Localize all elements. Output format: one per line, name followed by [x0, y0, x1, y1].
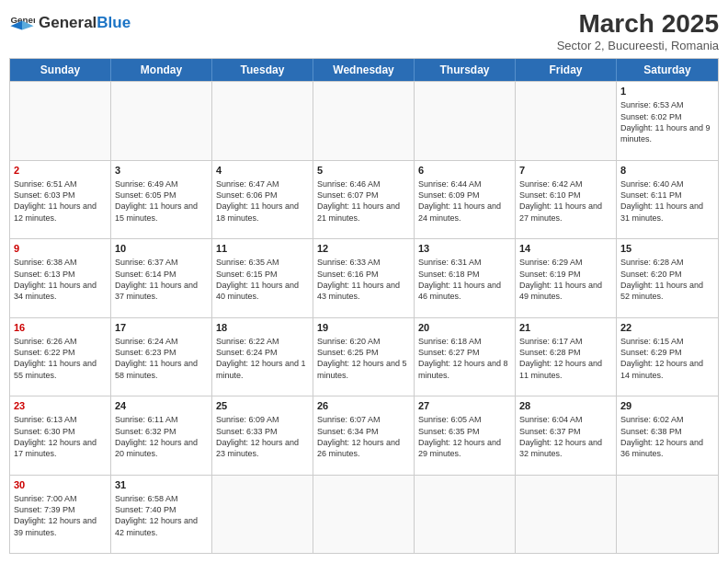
day-info: Sunrise: 6:46 AM Sunset: 6:07 PM Dayligh… — [317, 179, 400, 223]
day-info: Sunrise: 6:49 AM Sunset: 6:05 PM Dayligh… — [115, 179, 198, 223]
header-monday: Monday — [111, 59, 212, 81]
day-info: Sunrise: 6:22 AM Sunset: 6:24 PM Dayligh… — [216, 337, 306, 380]
day-info: Sunrise: 6:31 AM Sunset: 6:18 PM Dayligh… — [418, 258, 501, 301]
subtitle: Sector 2, Bucureesti, Romania — [557, 39, 719, 52]
day-cell-3-1: 17Sunrise: 6:24 AM Sunset: 6:23 PM Dayli… — [111, 318, 212, 396]
header-friday: Friday — [516, 59, 617, 81]
day-number: 23 — [14, 399, 107, 412]
day-number: 1 — [620, 85, 714, 98]
month-title: March 2025 — [557, 9, 719, 39]
day-number: 15 — [620, 242, 714, 255]
day-cell-3-4: 20Sunrise: 6:18 AM Sunset: 6:27 PM Dayli… — [415, 318, 516, 396]
logo: General GeneralBlue — [9, 9, 131, 35]
day-info: Sunrise: 6:07 AM Sunset: 6:34 PM Dayligh… — [317, 415, 400, 458]
day-info: Sunrise: 6:11 AM Sunset: 6:32 PM Dayligh… — [115, 415, 198, 458]
day-number: 4 — [216, 164, 309, 177]
day-number: 19 — [317, 321, 410, 334]
day-cell-3-3: 19Sunrise: 6:20 AM Sunset: 6:25 PM Dayli… — [313, 318, 415, 396]
day-number: 30 — [14, 478, 107, 491]
day-number: 28 — [519, 399, 612, 412]
day-cell-3-2: 18Sunrise: 6:22 AM Sunset: 6:24 PM Dayli… — [212, 318, 313, 396]
day-number: 17 — [115, 321, 208, 334]
day-number: 26 — [317, 399, 410, 412]
day-cell-4-4: 27Sunrise: 6:05 AM Sunset: 6:35 PM Dayli… — [415, 396, 516, 475]
day-info: Sunrise: 6:04 AM Sunset: 6:37 PM Dayligh… — [519, 415, 602, 458]
day-cell-1-3: 5Sunrise: 6:46 AM Sunset: 6:07 PM Daylig… — [313, 161, 415, 239]
day-number: 21 — [519, 321, 612, 334]
day-info: Sunrise: 6:15 AM Sunset: 6:29 PM Dayligh… — [620, 337, 703, 380]
day-cell-1-4: 6Sunrise: 6:44 AM Sunset: 6:09 PM Daylig… — [415, 161, 516, 239]
day-number: 29 — [620, 399, 714, 412]
day-cell-3-6: 22Sunrise: 6:15 AM Sunset: 6:29 PM Dayli… — [617, 318, 718, 396]
day-cell-0-1 — [111, 82, 212, 160]
week-row-6: 30Sunrise: 7:00 AM Sunset: 7:39 PM Dayli… — [10, 475, 718, 554]
day-cell-5-3 — [313, 476, 415, 554]
day-info: Sunrise: 7:00 AM Sunset: 7:39 PM Dayligh… — [14, 494, 97, 537]
day-cell-2-6: 15Sunrise: 6:28 AM Sunset: 6:20 PM Dayli… — [617, 239, 718, 317]
day-cell-0-4 — [415, 82, 516, 160]
page: General GeneralBlue March 2025 Sector 2,… — [0, 0, 728, 563]
header: General GeneralBlue March 2025 Sector 2,… — [9, 9, 719, 52]
day-number: 13 — [418, 242, 511, 255]
day-info: Sunrise: 6:38 AM Sunset: 6:13 PM Dayligh… — [14, 258, 97, 301]
day-cell-5-4 — [415, 476, 516, 554]
header-thursday: Thursday — [415, 59, 516, 81]
day-cell-2-1: 10Sunrise: 6:37 AM Sunset: 6:14 PM Dayli… — [111, 239, 212, 317]
day-number: 2 — [14, 164, 107, 177]
logo-icon: General — [9, 9, 35, 35]
day-cell-1-0: 2Sunrise: 6:51 AM Sunset: 6:03 PM Daylig… — [10, 161, 111, 239]
day-number: 31 — [115, 478, 208, 491]
day-cell-0-5 — [516, 82, 617, 160]
day-info: Sunrise: 6:02 AM Sunset: 6:38 PM Dayligh… — [620, 415, 703, 458]
day-number: 11 — [216, 242, 309, 255]
day-info: Sunrise: 6:33 AM Sunset: 6:16 PM Dayligh… — [317, 258, 400, 301]
header-saturday: Saturday — [617, 59, 718, 81]
week-row-1: 1Sunrise: 6:53 AM Sunset: 6:02 PM Daylig… — [10, 81, 718, 160]
day-cell-4-2: 25Sunrise: 6:09 AM Sunset: 6:33 PM Dayli… — [212, 396, 313, 475]
day-cell-4-3: 26Sunrise: 6:07 AM Sunset: 6:34 PM Dayli… — [313, 396, 415, 475]
day-cell-1-1: 3Sunrise: 6:49 AM Sunset: 6:05 PM Daylig… — [111, 161, 212, 239]
day-info: Sunrise: 6:37 AM Sunset: 6:14 PM Dayligh… — [115, 258, 198, 301]
day-number: 14 — [519, 242, 612, 255]
logo-text: GeneralBlue — [39, 15, 131, 30]
day-cell-1-6: 8Sunrise: 6:40 AM Sunset: 6:11 PM Daylig… — [617, 161, 718, 239]
day-number: 5 — [317, 164, 410, 177]
header-sunday: Sunday — [10, 59, 111, 81]
day-cell-4-0: 23Sunrise: 6:13 AM Sunset: 6:30 PM Dayli… — [10, 396, 111, 475]
day-info: Sunrise: 6:17 AM Sunset: 6:28 PM Dayligh… — [519, 337, 602, 380]
day-info: Sunrise: 6:05 AM Sunset: 6:35 PM Dayligh… — [418, 415, 501, 458]
day-cell-2-2: 11Sunrise: 6:35 AM Sunset: 6:15 PM Dayli… — [212, 239, 313, 317]
day-cell-2-4: 13Sunrise: 6:31 AM Sunset: 6:18 PM Dayli… — [415, 239, 516, 317]
day-cell-4-5: 28Sunrise: 6:04 AM Sunset: 6:37 PM Dayli… — [516, 396, 617, 475]
day-cell-5-2 — [212, 476, 313, 554]
day-cell-2-3: 12Sunrise: 6:33 AM Sunset: 6:16 PM Dayli… — [313, 239, 415, 317]
day-info: Sunrise: 6:47 AM Sunset: 6:06 PM Dayligh… — [216, 179, 299, 223]
day-number: 12 — [317, 242, 410, 255]
day-cell-2-5: 14Sunrise: 6:29 AM Sunset: 6:19 PM Dayli… — [516, 239, 617, 317]
day-info: Sunrise: 6:58 AM Sunset: 7:40 PM Dayligh… — [115, 494, 198, 537]
day-info: Sunrise: 6:28 AM Sunset: 6:20 PM Dayligh… — [620, 258, 703, 301]
week-row-3: 9Sunrise: 6:38 AM Sunset: 6:13 PM Daylig… — [10, 238, 718, 317]
title-area: March 2025 Sector 2, Bucureesti, Romania — [557, 9, 719, 52]
day-number: 20 — [418, 321, 511, 334]
day-info: Sunrise: 6:09 AM Sunset: 6:33 PM Dayligh… — [216, 415, 299, 458]
day-info: Sunrise: 6:53 AM Sunset: 6:02 PM Dayligh… — [620, 100, 711, 144]
day-cell-0-6: 1Sunrise: 6:53 AM Sunset: 6:02 PM Daylig… — [617, 82, 718, 160]
day-cell-1-2: 4Sunrise: 6:47 AM Sunset: 6:06 PM Daylig… — [212, 161, 313, 239]
day-cell-5-5 — [516, 476, 617, 554]
day-cell-5-6 — [617, 476, 718, 554]
day-info: Sunrise: 6:40 AM Sunset: 6:11 PM Dayligh… — [620, 179, 703, 223]
day-cell-5-1: 31Sunrise: 6:58 AM Sunset: 7:40 PM Dayli… — [111, 476, 212, 554]
day-number: 27 — [418, 399, 511, 412]
day-cell-4-1: 24Sunrise: 6:11 AM Sunset: 6:32 PM Dayli… — [111, 396, 212, 475]
day-number: 7 — [519, 164, 612, 177]
day-number: 16 — [14, 321, 107, 334]
day-info: Sunrise: 6:20 AM Sunset: 6:25 PM Dayligh… — [317, 337, 407, 380]
day-cell-0-2 — [212, 82, 313, 160]
day-info: Sunrise: 6:24 AM Sunset: 6:23 PM Dayligh… — [115, 337, 198, 380]
week-row-2: 2Sunrise: 6:51 AM Sunset: 6:03 PM Daylig… — [10, 160, 718, 239]
day-info: Sunrise: 6:44 AM Sunset: 6:09 PM Dayligh… — [418, 179, 501, 223]
day-cell-3-0: 16Sunrise: 6:26 AM Sunset: 6:22 PM Dayli… — [10, 318, 111, 396]
header-tuesday: Tuesday — [212, 59, 313, 81]
day-number: 3 — [115, 164, 208, 177]
